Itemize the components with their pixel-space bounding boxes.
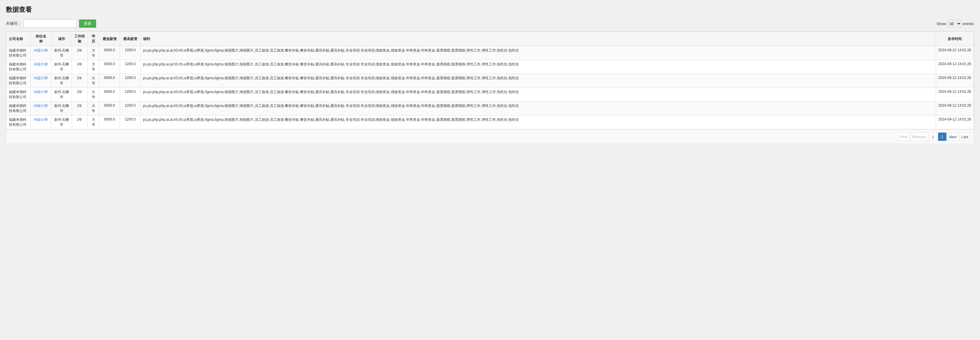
entries-select[interactable]: 10 25 50	[947, 20, 961, 27]
th-exp: 工作经验	[72, 32, 88, 46]
th-maxsalary: 最高薪资	[120, 32, 141, 46]
table-header-row: 公司名称 岗位名称 城市 工作经验 学历 最低薪资 最高薪资 福利 发布时间	[6, 32, 974, 46]
th-city: 城市	[51, 32, 72, 46]
toolbar-right: Show 10 25 50 entries	[936, 20, 974, 27]
entries-label: entries	[963, 22, 974, 26]
keyword-label: 关键词：	[6, 21, 21, 26]
pagination-first[interactable]: First	[898, 133, 909, 141]
th-minsalary: 最低薪资	[99, 32, 120, 46]
table-row: 福建米骁科技有限公司AI设计师泉州·石狮市1年大专6000.01200.0ps,…	[6, 88, 974, 102]
table-row: 福建米骁科技有限公司AI设计师泉州·石狮市1年大专6000.01200.0ps,…	[6, 102, 974, 116]
position-link[interactable]: AI设计师	[34, 76, 48, 80]
table-row: 福建米骁科技有限公司AI设计师泉州·石狮市1年大专6000.01200.0ps,…	[6, 74, 974, 88]
pagination-next[interactable]: Next	[947, 133, 959, 141]
pagination-row: First Previous 1 2 Next Last	[6, 129, 974, 144]
page-wrapper: 数据查看 关键词： 搜索 Show 10 25 50 entries 公司名称 …	[0, 0, 980, 340]
th-company: 公司名称	[6, 32, 31, 46]
position-link[interactable]: AI设计师	[34, 48, 48, 52]
show-label: Show	[936, 22, 946, 26]
keyword-input[interactable]	[24, 19, 76, 28]
table-row: 福建米骁科技有限公司AI设计师泉州·石狮市1年大专6000.01200.0ps,…	[6, 60, 974, 74]
toolbar: 关键词： 搜索 Show 10 25 50 entries	[6, 19, 974, 28]
position-link[interactable]: AI设计师	[34, 62, 48, 66]
pagination-page1[interactable]: 1	[929, 133, 937, 141]
pagination-page2[interactable]: 2	[938, 133, 947, 141]
toolbar-left: 关键词： 搜索	[6, 19, 96, 28]
data-table: 公司名称 岗位名称 城市 工作经验 学历 最低薪资 最高薪资 福利 发布时间 福…	[6, 32, 974, 129]
th-edu: 学历	[88, 32, 99, 46]
th-time: 发布时间	[936, 32, 974, 46]
page-title: 数据查看	[6, 5, 974, 14]
th-benefits: 福利	[141, 32, 936, 46]
position-link[interactable]: AI设计师	[34, 90, 48, 94]
data-table-wrapper: 公司名称 岗位名称 城市 工作经验 学历 最低薪资 最高薪资 福利 发布时间 福…	[6, 31, 974, 144]
table-row: 福建米骁科技有限公司AI设计师泉州·石狮市1年大专6000.01200.0ps,…	[6, 116, 974, 129]
pagination-prev[interactable]: Previous	[910, 133, 928, 141]
table-row: 福建米骁科技有限公司AI设计师泉州·石狮市1年大专6000.01200.0ps,…	[6, 46, 974, 60]
pagination-last[interactable]: Last	[959, 133, 970, 141]
table-body: 福建米骁科技有限公司AI设计师泉州·石狮市1年大专6000.01200.0ps,…	[6, 46, 974, 129]
search-button[interactable]: 搜索	[79, 19, 96, 28]
position-link[interactable]: AI设计师	[34, 104, 48, 108]
position-link[interactable]: AI设计师	[34, 118, 48, 122]
th-position: 岗位名称	[31, 32, 51, 46]
